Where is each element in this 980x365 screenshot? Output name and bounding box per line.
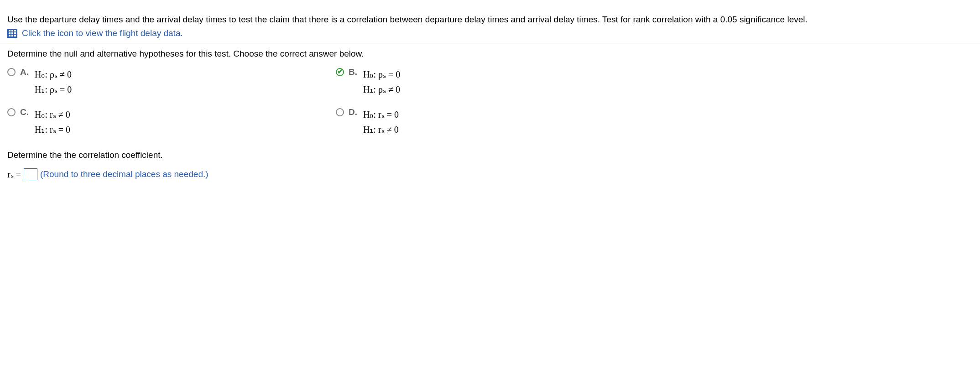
coefficient-prompt: Determine the the correlation coefficien… bbox=[7, 150, 973, 160]
option-c-label: C. bbox=[20, 107, 30, 117]
choices-grid: A. H₀: ρₛ ≠ 0 H₁: ρₛ = 0 B. H₀: ρₛ = 0 H… bbox=[7, 67, 646, 137]
data-link-text[interactable]: Click the icon to view the flight delay … bbox=[22, 28, 183, 38]
option-b-h1: H₁: ρₛ ≠ 0 bbox=[363, 82, 400, 97]
option-a-hypotheses: H₀: ρₛ ≠ 0 H₁: ρₛ = 0 bbox=[35, 67, 72, 97]
option-d-h1: H₁: rₛ ≠ 0 bbox=[363, 122, 399, 137]
option-a-h0: H₀: ρₛ ≠ 0 bbox=[35, 67, 72, 82]
option-d-label: D. bbox=[349, 107, 359, 117]
option-a-label: A. bbox=[20, 67, 30, 77]
option-c-h1: H₁: rₛ = 0 bbox=[35, 122, 70, 137]
option-a[interactable]: A. H₀: ρₛ ≠ 0 H₁: ρₛ = 0 bbox=[7, 67, 318, 97]
hypotheses-prompt: Determine the null and alternative hypot… bbox=[7, 49, 973, 59]
option-b[interactable]: B. H₀: ρₛ = 0 H₁: ρₛ ≠ 0 bbox=[336, 67, 646, 97]
data-table-icon[interactable] bbox=[7, 29, 17, 38]
radio-b[interactable] bbox=[336, 68, 344, 76]
intro-paragraph: Use the departure delay times and the ar… bbox=[7, 14, 973, 26]
option-c-hypotheses: H₀: rₛ ≠ 0 H₁: rₛ = 0 bbox=[35, 107, 70, 137]
option-b-h0: H₀: ρₛ = 0 bbox=[363, 67, 400, 82]
divider bbox=[0, 43, 980, 43]
option-c-h0: H₀: rₛ ≠ 0 bbox=[35, 107, 70, 122]
rs-input[interactable] bbox=[24, 168, 37, 180]
option-c[interactable]: C. H₀: rₛ ≠ 0 H₁: rₛ = 0 bbox=[7, 107, 318, 137]
option-b-label: B. bbox=[349, 67, 359, 77]
option-b-hypotheses: H₀: ρₛ = 0 H₁: ρₛ ≠ 0 bbox=[363, 67, 400, 97]
radio-d[interactable] bbox=[336, 108, 344, 116]
option-d[interactable]: D. H₀: rₛ = 0 H₁: rₛ ≠ 0 bbox=[336, 107, 646, 137]
data-link-row: Click the icon to view the flight delay … bbox=[7, 28, 973, 38]
option-d-h0: H₀: rₛ = 0 bbox=[363, 107, 399, 122]
radio-a[interactable] bbox=[7, 68, 16, 76]
rs-variable: rₛ = bbox=[7, 169, 21, 180]
rounding-hint: (Round to three decimal places as needed… bbox=[40, 169, 209, 179]
option-a-h1: H₁: ρₛ = 0 bbox=[35, 82, 72, 97]
top-bar bbox=[0, 0, 980, 8]
answer-row: rₛ = (Round to three decimal places as n… bbox=[7, 168, 973, 180]
option-d-hypotheses: H₀: rₛ = 0 H₁: rₛ ≠ 0 bbox=[363, 107, 399, 137]
question-content: Use the departure delay times and the ar… bbox=[0, 8, 980, 186]
radio-c[interactable] bbox=[7, 108, 16, 116]
